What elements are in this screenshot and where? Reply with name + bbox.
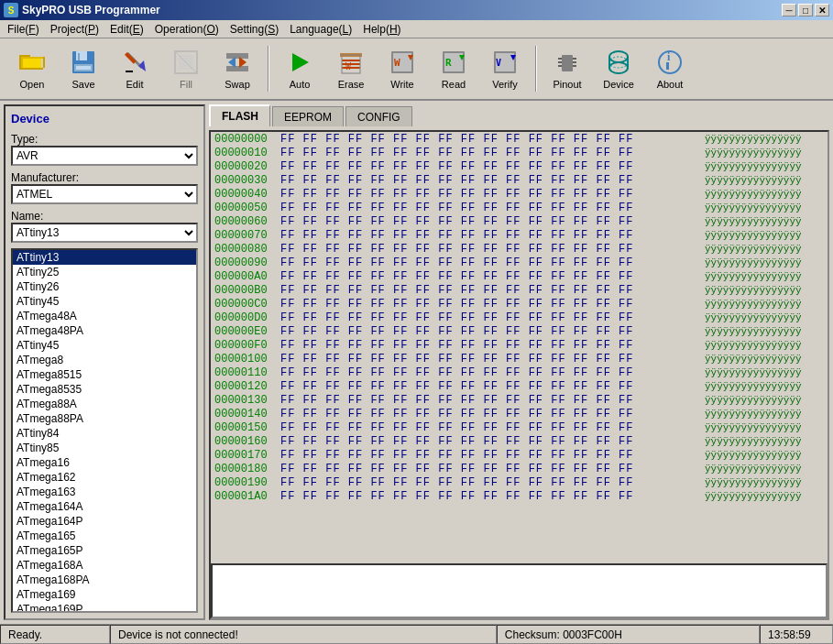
swap-button[interactable]: Swap xyxy=(213,42,262,95)
minimize-button[interactable]: ─ xyxy=(782,4,796,16)
list-item[interactable]: ATtiny45 xyxy=(13,338,196,353)
list-item[interactable]: ATtiny26 xyxy=(13,279,196,294)
svg-rect-6 xyxy=(43,57,45,68)
list-item[interactable]: ATmega169P xyxy=(13,602,196,613)
hex-bytes: FF FF FF FF FF FF FF FF FF FF FF FF FF F… xyxy=(280,160,705,173)
list-item[interactable]: ATmega48PA xyxy=(13,323,196,338)
hex-bytes: FF FF FF FF FF FF FF FF FF FF FF FF FF F… xyxy=(280,147,705,159)
hex-address: 00000180 xyxy=(214,463,280,475)
hex-address: 00000120 xyxy=(214,380,280,393)
device-button[interactable]: Device xyxy=(594,42,643,95)
hex-bytes: FF FF FF FF FF FF FF FF FF FF FF FF FF F… xyxy=(280,133,705,146)
svg-rect-58 xyxy=(666,62,669,70)
menu-operation[interactable]: Operation(O) xyxy=(149,21,225,38)
menu-language[interactable]: Language(L) xyxy=(284,21,357,38)
list-item[interactable]: ATmega163 xyxy=(13,485,196,499)
hex-bytes: FF FF FF FF FF FF FF FF FF FF FF FF FF F… xyxy=(280,366,705,379)
status-checksum: Checksum: 0003FC00H xyxy=(497,625,760,644)
edit-button[interactable]: Edit xyxy=(110,42,159,95)
list-item[interactable]: ATmega48A xyxy=(13,309,196,323)
pinout-icon xyxy=(553,48,582,77)
list-item[interactable]: ATmega164A xyxy=(13,499,196,514)
list-item[interactable]: ATmega164P xyxy=(13,514,196,529)
hex-bytes: FF FF FF FF FF FF FF FF FF FF FF FF FF F… xyxy=(280,476,705,489)
svg-rect-19 xyxy=(226,53,248,59)
list-item[interactable]: ATmega16 xyxy=(13,455,196,470)
list-item[interactable]: ATmega88A xyxy=(13,397,196,411)
svg-rect-4 xyxy=(21,57,23,68)
maximize-button[interactable]: □ xyxy=(798,4,813,16)
list-item[interactable]: ATmega88PA xyxy=(13,411,196,426)
list-item[interactable]: ATmega162 xyxy=(13,470,196,485)
hex-bytes: FF FF FF FF FF FF FF FF FF FF FF FF FF F… xyxy=(280,421,705,434)
hex-ascii: ÿÿÿÿÿÿÿÿÿÿÿÿÿÿÿÿ xyxy=(705,230,824,241)
edit-icon xyxy=(120,48,149,77)
hex-address: 000000B0 xyxy=(214,284,280,297)
device-list[interactable]: ATtiny13ATtiny25ATtiny26ATtiny45ATmega48… xyxy=(11,248,198,613)
menu-project[interactable]: Project(P) xyxy=(45,21,104,38)
open-button[interactable]: Open xyxy=(7,42,57,95)
hex-ascii: ÿÿÿÿÿÿÿÿÿÿÿÿÿÿÿÿ xyxy=(705,436,824,447)
hex-bytes: FF FF FF FF FF FF FF FF FF FF FF FF FF F… xyxy=(280,353,705,366)
hex-ascii: ÿÿÿÿÿÿÿÿÿÿÿÿÿÿÿÿ xyxy=(705,257,824,268)
list-item[interactable]: ATtiny84 xyxy=(13,426,196,441)
list-item[interactable]: ATmega168A xyxy=(13,558,196,573)
open-icon xyxy=(17,48,47,77)
about-button[interactable]: i About xyxy=(645,42,695,95)
list-item[interactable]: ATtiny85 xyxy=(13,441,196,455)
tab-config[interactable]: CONFIG xyxy=(345,106,412,126)
about-icon: i xyxy=(655,48,685,77)
tab-flash[interactable]: FLASH xyxy=(209,104,270,126)
erase-button[interactable]: W Erase xyxy=(326,42,376,95)
write-button[interactable]: W Write xyxy=(378,42,427,95)
manufacturer-select[interactable]: ATMEL Microchip xyxy=(11,184,198,204)
hex-address: 00000060 xyxy=(214,215,280,228)
close-button[interactable]: ✕ xyxy=(815,4,829,16)
list-item[interactable]: ATmega8535 xyxy=(13,382,196,397)
list-item[interactable]: ATmega8 xyxy=(13,353,196,367)
hex-ascii: ÿÿÿÿÿÿÿÿÿÿÿÿÿÿÿÿ xyxy=(705,354,824,365)
list-item[interactable]: ATtiny25 xyxy=(13,265,196,279)
list-item[interactable]: ATmega8515 xyxy=(13,367,196,382)
save-button[interactable]: Save xyxy=(59,42,108,95)
bottom-text-area[interactable] xyxy=(211,563,828,618)
type-select[interactable]: AVR PIC 51 EEPROM xyxy=(11,146,198,166)
svg-text:W: W xyxy=(394,57,400,69)
list-item[interactable]: ATmega168PA xyxy=(13,573,196,587)
hex-address: 00000080 xyxy=(214,243,280,256)
svg-rect-9 xyxy=(78,53,80,60)
hex-address: 000000F0 xyxy=(214,339,280,352)
write-label: Write xyxy=(390,79,413,90)
hex-row: 00000060FF FF FF FF FF FF FF FF FF FF FF… xyxy=(211,214,828,228)
tab-eeprom[interactable]: EEPROM xyxy=(272,106,344,126)
hex-ascii: ÿÿÿÿÿÿÿÿÿÿÿÿÿÿÿÿ xyxy=(705,202,824,213)
menu-setting[interactable]: Setting(S) xyxy=(225,21,284,38)
svg-rect-8 xyxy=(76,51,87,60)
hex-content[interactable]: 00000000FF FF FF FF FF FF FF FF FF FF FF… xyxy=(211,132,828,563)
hex-ascii: ÿÿÿÿÿÿÿÿÿÿÿÿÿÿÿÿ xyxy=(705,422,824,433)
name-section: Name: ATtiny13 xyxy=(11,210,198,243)
name-select[interactable]: ATtiny13 xyxy=(11,223,198,243)
pinout-label: Pinout xyxy=(553,79,581,90)
list-item[interactable]: ATtiny45 xyxy=(13,294,196,309)
manufacturer-section: Manufacturer: ATMEL Microchip xyxy=(11,171,198,204)
toolbar: Open Save Edit xyxy=(0,38,833,101)
menu-edit[interactable]: Edit(E) xyxy=(104,21,149,38)
menu-help[interactable]: Help(H) xyxy=(357,21,406,38)
list-item[interactable]: ATmega169 xyxy=(13,587,196,602)
list-item[interactable]: ATmega165P xyxy=(13,543,196,558)
read-button[interactable]: R Read xyxy=(429,42,478,95)
svg-text:i: i xyxy=(667,50,671,63)
erase-icon: W xyxy=(336,48,366,77)
hex-bytes: FF FF FF FF FF FF FF FF FF FF FF FF FF F… xyxy=(280,490,705,503)
hex-row: 00000170FF FF FF FF FF FF FF FF FF FF FF… xyxy=(211,448,828,462)
hex-bytes: FF FF FF FF FF FF FF FF FF FF FF FF FF F… xyxy=(280,325,705,338)
verify-button[interactable]: V Verify xyxy=(480,42,530,95)
pinout-button[interactable]: Pinout xyxy=(543,42,592,95)
list-item[interactable]: ATmega165 xyxy=(13,529,196,543)
list-item[interactable]: ATtiny13 xyxy=(13,250,196,265)
auto-button[interactable]: Auto xyxy=(275,42,324,95)
menu-file[interactable]: File(F) xyxy=(2,21,45,38)
hex-bytes: FF FF FF FF FF FF FF FF FF FF FF FF FF F… xyxy=(280,449,705,462)
hex-address: 00000040 xyxy=(214,188,280,201)
